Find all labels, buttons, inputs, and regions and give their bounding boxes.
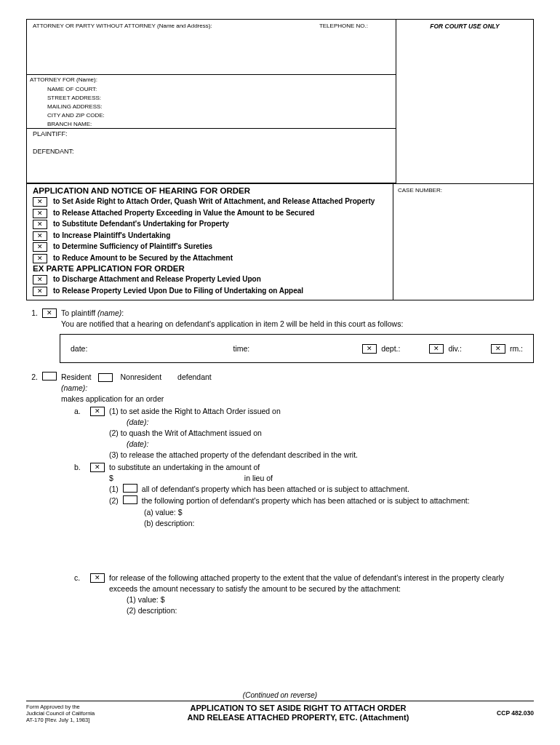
sub-a: a. xyxy=(74,406,86,461)
to-plaintiff-label: To plaintiff (name): xyxy=(61,308,534,319)
checkbox-resident[interactable] xyxy=(42,372,57,381)
form-rev: AT-170 [Rev. July 1, 1983] xyxy=(26,717,121,723)
checkbox-b2[interactable] xyxy=(123,495,137,504)
rm-label: rm.: xyxy=(510,343,523,354)
name-italic: (name): xyxy=(61,383,534,394)
resident-label: Resident xyxy=(61,372,91,383)
checkbox-2a[interactable]: ✕ xyxy=(90,407,105,416)
checkbox-dept[interactable]: ✕ xyxy=(362,344,377,354)
city-zip-label: CITY AND ZIP CODE: xyxy=(27,111,396,119)
item-2-number: 2. xyxy=(26,372,38,616)
b-opt1: all of defendant's property which has be… xyxy=(142,484,409,495)
dept-label: dept.: xyxy=(381,343,400,354)
a-date1: (date): xyxy=(127,417,534,428)
attorney-for-label: ATTORNEY FOR (Name): xyxy=(27,74,396,84)
checkbox-release-appeal[interactable]: ✕ xyxy=(33,287,47,296)
checkbox-increase[interactable]: ✕ xyxy=(33,231,47,241)
time-label: time: xyxy=(233,343,334,354)
checkbox-rm[interactable]: ✕ xyxy=(491,344,505,354)
b-dollar: $ xyxy=(109,473,113,484)
checkbox-set-aside[interactable]: ✕ xyxy=(33,197,47,207)
a-line2: (2) to quash the Writ of Attachment issu… xyxy=(109,428,534,439)
b-desc-b: (b) description: xyxy=(144,518,534,529)
exparte-title: EX PARTE APPLICATION FOR ORDER xyxy=(33,264,387,273)
c-desc: (2) description: xyxy=(127,605,534,616)
checkbox-b1[interactable] xyxy=(123,484,137,493)
branch-name-label: BRANCH NAME: xyxy=(27,119,396,128)
b-opt2: the following portion of defendant's pro… xyxy=(142,495,470,506)
checkbox-sufficiency[interactable]: ✕ xyxy=(33,242,47,252)
opt-release-appeal: to Release Property Levied Upon Due to F… xyxy=(53,286,303,295)
item-1-number: 1. xyxy=(26,308,38,330)
mailing-address-label: MAILING ADDRESS: xyxy=(27,102,396,111)
attorney-input-area[interactable] xyxy=(27,32,396,74)
ccp-code: CCP 482.030 xyxy=(476,704,534,717)
checkbox-reduce[interactable]: ✕ xyxy=(33,254,47,263)
court-name-label: NAME OF COURT: xyxy=(27,84,396,93)
opt-discharge: to Discharge Attachment and Release Prop… xyxy=(53,274,261,284)
c-head: for release of the following attached pr… xyxy=(109,573,534,594)
date-label: date: xyxy=(71,343,204,354)
div-label: div.: xyxy=(448,343,461,354)
telephone-label: TELEPHONE NO.: xyxy=(319,23,390,29)
sub-c: c. xyxy=(74,573,86,616)
checkbox-2c[interactable]: ✕ xyxy=(90,573,105,583)
b-head: to substitute an undertaking in the amou… xyxy=(109,462,534,473)
court-use-only: FOR COURT USE ONLY xyxy=(396,20,533,183)
checkbox-discharge[interactable]: ✕ xyxy=(33,275,47,284)
opt-sufficiency: to Determine Sufficiency of Plaintiff's … xyxy=(53,242,212,251)
continued-label: (Continued on reverse) xyxy=(26,691,534,701)
opt-reduce: to Reduce Amount to be Secured by the At… xyxy=(53,253,233,263)
checkbox-release-exceed[interactable]: ✕ xyxy=(33,209,47,218)
hearing-notice: You are notified that a hearing on defen… xyxy=(61,319,534,330)
case-number-label: CASE NUMBER: xyxy=(393,184,533,300)
plaintiff-label: PLAINTIFF: xyxy=(33,130,390,138)
checkbox-substitute[interactable]: ✕ xyxy=(33,220,47,229)
checkbox-to-plaintiff[interactable]: ✕ xyxy=(42,308,57,318)
street-address-label: STREET ADDRESS: xyxy=(27,93,396,102)
checkbox-2b[interactable]: ✕ xyxy=(90,463,105,472)
defendant-label: DEFENDANT: xyxy=(33,148,390,155)
checkbox-nonresident[interactable] xyxy=(98,373,113,382)
opt-increase: to Increase Plaintiff's Undertaking xyxy=(53,231,170,240)
makes-application: makes application for an order xyxy=(61,394,534,405)
sub-b: b. xyxy=(74,462,86,529)
form-approved: Form Approved by the xyxy=(26,704,121,710)
opt-release-exceed: to Release Attached Property Exceeding i… xyxy=(53,208,314,218)
opt-substitute: to Substitute Defendant's Undertaking fo… xyxy=(53,219,229,228)
c-value: (1) value: $ xyxy=(127,594,534,605)
b-value-a: (a) value: $ xyxy=(144,507,534,518)
footer-title-1: APPLICATION TO SET ASIDE RIGHT TO ATTACH… xyxy=(121,704,476,713)
opt-set-aside: to Set Aside Right to Attach Order, Quas… xyxy=(53,196,375,206)
application-title: APPLICATION AND NOTICE OF HEARING FOR OR… xyxy=(33,186,387,195)
a-line3: (3) to release the attached property of … xyxy=(109,450,534,461)
attorney-label: ATTORNEY OR PARTY WITHOUT ATTORNEY (Name… xyxy=(33,23,319,29)
footer-title-2: AND RELEASE ATTACHED PROPERTY, ETC. (Att… xyxy=(121,713,476,722)
defendant-word: defendant xyxy=(177,372,212,383)
judicial-council: Judicial Council of California xyxy=(26,710,121,717)
a-date2: (date): xyxy=(127,439,534,450)
nonresident-label: Nonresident xyxy=(120,372,161,383)
b-lieu: in lieu of xyxy=(244,473,273,484)
checkbox-div[interactable]: ✕ xyxy=(429,344,444,354)
a-line1: (1) to set aside the Right to Attach Ord… xyxy=(109,406,534,417)
